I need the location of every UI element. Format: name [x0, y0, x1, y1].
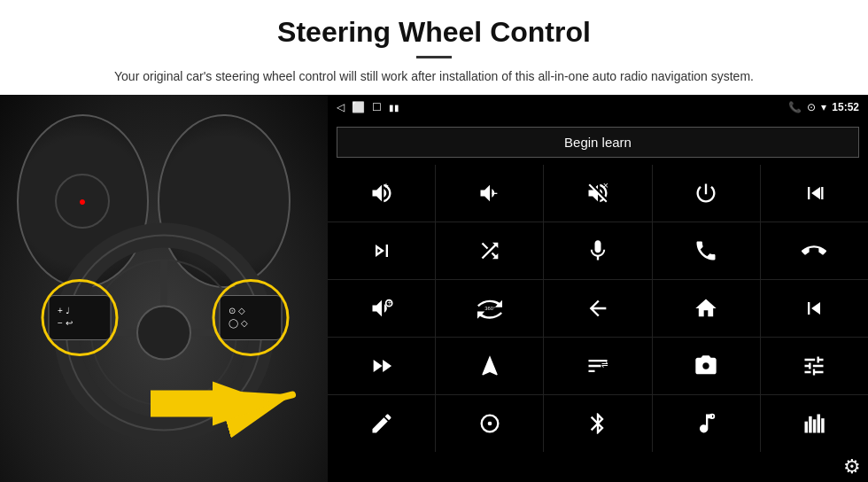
ctrl-skip-back[interactable]: [761, 280, 868, 337]
settings-row: ⚙: [328, 452, 868, 482]
home-nav-icon[interactable]: ⬜: [352, 101, 365, 113]
page-wrapper: Steering Wheel Control Your original car…: [0, 0, 868, 482]
ctrl-back[interactable]: [544, 280, 651, 337]
ctrl-prev-track[interactable]: [761, 165, 868, 222]
back-nav-icon[interactable]: ◁: [337, 101, 345, 113]
ctrl-power[interactable]: [653, 165, 760, 222]
svg-rect-34: [822, 418, 825, 432]
ctrl-next[interactable]: [328, 222, 435, 279]
svg-text:⇌: ⇌: [601, 360, 608, 369]
svg-text:×: ×: [603, 181, 608, 190]
ctrl-shuffle[interactable]: [436, 222, 543, 279]
ctrl-radio[interactable]: [436, 395, 543, 452]
svg-text:+ ♩: + ♩: [58, 306, 70, 315]
svg-point-8: [137, 307, 190, 360]
steering-bg: ●: [0, 95, 328, 482]
title-divider: [416, 56, 452, 58]
control-grid: + − ×: [328, 165, 868, 452]
svg-rect-33: [818, 415, 821, 433]
signal-icon: ▮▮: [389, 103, 399, 113]
ctrl-bluetooth[interactable]: [544, 395, 651, 452]
svg-rect-19: [151, 391, 217, 417]
page-title: Steering Wheel Control: [35, 16, 833, 49]
svg-rect-32: [813, 419, 817, 432]
ctrl-fast-fwd[interactable]: [328, 338, 435, 394]
ctrl-home[interactable]: [653, 280, 760, 337]
phone-status-icon: 📞: [788, 101, 802, 113]
ctrl-mute[interactable]: ×: [544, 165, 651, 222]
steering-wheel-graphic: + ♩ − ↩ ⊙ ◇ ◯ ◇: [0, 95, 328, 482]
ctrl-vol-down[interactable]: −: [436, 165, 543, 222]
ctrl-phone[interactable]: [653, 222, 760, 279]
ctrl-nav[interactable]: [436, 338, 543, 394]
svg-text:+: +: [384, 182, 389, 190]
steering-wheel-panel: ●: [0, 95, 328, 482]
svg-point-28: [487, 422, 492, 426]
headunit-display: ◁ ⬜ ☐ ▮▮ 📞 ⊙ ▾ 15:52 Begin learn: [328, 95, 868, 482]
ctrl-horn[interactable]: +: [328, 280, 435, 337]
svg-text:−: −: [492, 187, 498, 198]
subtitle: Your original car's steering wheel contr…: [89, 67, 779, 86]
status-left: ◁ ⬜ ☐ ▮▮: [337, 101, 399, 113]
svg-rect-30: [805, 422, 809, 433]
status-right: 📞 ⊙ ▾ 15:52: [788, 101, 859, 113]
ctrl-360[interactable]: 360°: [436, 280, 543, 337]
ctrl-mic[interactable]: [544, 222, 651, 279]
settings-button[interactable]: ⚙: [843, 455, 861, 478]
ctrl-hangup[interactable]: [761, 222, 868, 279]
wifi-status-icon: ▾: [821, 101, 826, 113]
ctrl-spectrum[interactable]: [761, 395, 868, 452]
status-bar: ◁ ⬜ ☐ ▮▮ 📞 ⊙ ▾ 15:52: [328, 95, 868, 120]
recent-nav-icon[interactable]: ☐: [372, 101, 382, 113]
location-status-icon: ⊙: [807, 101, 816, 113]
ctrl-tune[interactable]: [761, 338, 868, 394]
content-area: ●: [0, 95, 868, 482]
svg-text:⊙ ◇: ⊙ ◇: [229, 306, 245, 315]
begin-learn-button[interactable]: Begin learn: [337, 127, 859, 158]
ctrl-pen[interactable]: [328, 395, 435, 452]
svg-text:360°: 360°: [484, 306, 495, 311]
ctrl-music[interactable]: [653, 395, 760, 452]
svg-text:+: +: [387, 299, 391, 307]
svg-text:◯ ◇: ◯ ◇: [229, 318, 248, 329]
begin-learn-row: Begin learn: [328, 120, 868, 165]
svg-text:−  ↩: − ↩: [58, 318, 73, 328]
svg-rect-31: [810, 416, 813, 433]
ctrl-vol-up[interactable]: +: [328, 165, 435, 222]
header-section: Steering Wheel Control Your original car…: [0, 0, 868, 95]
clock: 15:52: [832, 101, 859, 113]
ctrl-eq[interactable]: ⇌: [544, 338, 651, 394]
ctrl-camera[interactable]: [653, 338, 760, 394]
